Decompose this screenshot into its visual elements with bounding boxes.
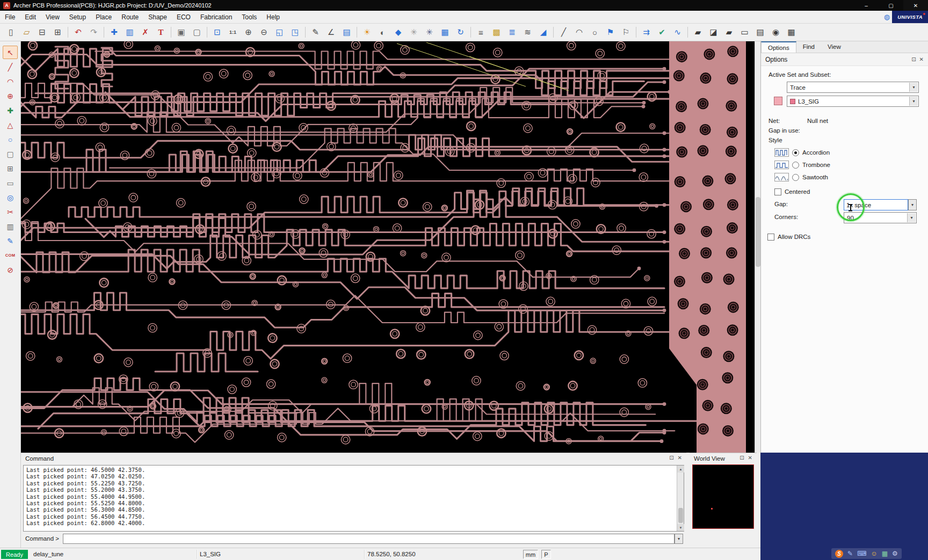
gap-input[interactable] [844,199,908,210]
notebook-icon[interactable]: ▤ [752,25,768,39]
menu-view[interactable]: View [41,12,64,23]
style-option-sawtooth[interactable]: Sawtooth [774,172,828,182]
active-set-dropdown[interactable]: Trace ▾ [787,82,919,93]
style-option-trombone[interactable]: Trombone [774,160,830,170]
lock-icon[interactable]: ▣ [173,25,189,39]
tool-cut-icon[interactable]: ✂ [3,205,18,219]
grid-icon[interactable]: ▦ [882,550,888,557]
style-radio[interactable] [792,149,799,156]
capture-icon[interactable]: ◉ [768,25,784,39]
scroll-down-icon[interactable]: ▼ [677,524,684,531]
zoom-fit-icon[interactable]: ⊡ [209,25,225,39]
menu-route[interactable]: Route [117,12,143,23]
save-file-icon[interactable]: ⊟ [34,25,50,39]
shape-add-icon[interactable]: ◢ [535,25,551,39]
add-probe-icon[interactable]: ⚐ [618,25,634,39]
tool-no-probe-icon[interactable]: ⊘ [3,263,18,277]
unlock-icon[interactable]: ▢ [189,25,205,39]
pixel-grid-icon[interactable]: ▦ [784,25,799,39]
ime-logo-icon[interactable]: S [835,550,843,558]
allow-drcs-option[interactable]: Allow DRCs [767,232,810,242]
centered-option[interactable]: Centered [774,187,810,197]
minimize-button[interactable]: – [854,0,879,11]
tool-slide-icon[interactable]: ◠ [3,75,18,88]
save-all-icon[interactable]: ⊞ [50,25,66,39]
freeze-icon[interactable]: ✳ [422,25,437,39]
menu-help[interactable]: Help [262,12,285,23]
tool-add-shape-icon[interactable]: △ [3,118,18,132]
subset-color-swatch[interactable] [774,97,782,105]
chevron-down-icon[interactable]: ▾ [907,213,916,222]
float-panel-icon[interactable]: ⊡ [740,455,744,461]
add-text-icon[interactable]: T [153,25,169,39]
tool-add-module-icon[interactable]: ⊞ [3,162,18,175]
grid-toggle-icon[interactable]: ▦ [437,25,453,39]
chevron-down-icon[interactable]: ▾ [909,83,918,92]
markup-icon[interactable]: ✎ [308,25,323,39]
keyboard-icon[interactable]: ⌨ [857,550,866,557]
subset-dropdown[interactable]: L3_SIG ▾ [787,96,919,107]
pcb-canvas[interactable] [21,41,755,453]
corners-dropdown[interactable]: 90 ▾ [844,212,917,223]
tune-check-icon[interactable]: ✔ [654,25,670,39]
command-input[interactable] [63,534,675,544]
pin-icon[interactable]: ⊡ [911,56,916,62]
chevron-down-icon[interactable]: ▾ [675,534,683,544]
close-panel-icon[interactable]: ✕ [678,455,682,461]
zoom-window-icon[interactable]: ◱ [272,25,287,39]
screen-tool-1-icon[interactable]: ▰ [690,25,706,39]
autoroute-icon[interactable]: ⇉ [639,25,654,39]
monitor-icon[interactable]: ▭ [737,25,752,39]
zoom-100-icon[interactable]: 1:1 [225,25,241,39]
undo-icon[interactable]: ↶ [70,25,86,39]
zoom-in-icon[interactable]: ⊕ [241,25,256,39]
tool-add-rect-icon[interactable]: ▭ [3,176,18,190]
new-file-icon[interactable]: ▯ [3,25,19,39]
menu-tools[interactable]: Tools [237,12,262,23]
chevron-down-icon[interactable]: ▾ [909,97,918,106]
add-flag-icon[interactable]: ⚑ [603,25,618,39]
chevron-down-icon[interactable]: ▾ [908,199,917,210]
open-folder-icon[interactable]: ▱ [19,25,34,39]
screen-tool-2-icon[interactable]: ◪ [706,25,721,39]
brightness-icon[interactable]: ☀ [359,25,375,39]
measure-icon[interactable]: ∠ [323,25,339,39]
tool-com-mode-icon[interactable]: COM [3,249,18,262]
smiley-icon[interactable]: ☺ [871,550,877,557]
allow-drcs-checkbox[interactable] [767,234,774,241]
transparency-icon[interactable]: ◆ [390,25,406,39]
redo-icon[interactable]: ↷ [86,25,102,39]
command-log[interactable]: Last picked point: 46.5000 42.3750.Last … [23,465,684,532]
close-button[interactable]: ✕ [903,0,928,11]
tool-edit-property-icon[interactable]: ✎ [3,234,18,248]
visibility-icon[interactable]: ≣ [504,25,520,39]
scrollbar-thumb[interactable] [756,197,760,267]
filter-icon[interactable]: ≡ [473,25,489,39]
add-arc-icon[interactable]: ◠ [571,25,587,39]
maximize-button[interactable]: ▢ [879,0,903,11]
zoom-out-icon[interactable]: ⊖ [256,25,272,39]
close-panel-icon[interactable]: ✕ [919,56,924,62]
canvas-vertical-scrollbar[interactable] [755,41,760,453]
color-dialog-icon[interactable]: ▩ [489,25,504,39]
layer-select-icon[interactable]: ≋ [520,25,535,39]
gear-icon[interactable]: ⚙ [892,550,898,557]
style-option-accordion[interactable]: Accordion [774,148,830,157]
command-log-scrollbar[interactable]: ▲ ▼ [677,466,684,531]
menu-setup[interactable]: Setup [64,12,91,23]
add-circle-icon[interactable]: ○ [587,25,603,39]
float-panel-icon[interactable]: ⊡ [669,455,673,461]
delay-wave-icon[interactable]: ∿ [670,25,685,39]
screen-tool-3-icon[interactable]: ▰ [721,25,737,39]
redraw-icon[interactable]: ↻ [453,25,468,39]
tab-options[interactable]: Options [761,41,796,53]
move-icon[interactable]: ✚ [106,25,122,39]
world-view-viewport[interactable] [692,464,754,529]
menu-place[interactable]: Place [91,12,117,23]
reports-icon[interactable]: ▤ [339,25,354,39]
tool-add-pin-icon[interactable]: ✚ [3,104,18,117]
tool-add-circle-icon[interactable]: ○ [3,133,18,146]
add-line-icon[interactable]: ╱ [556,25,571,39]
close-panel-icon[interactable]: ✕ [748,455,752,461]
copy-icon[interactable]: ▥ [122,25,137,39]
